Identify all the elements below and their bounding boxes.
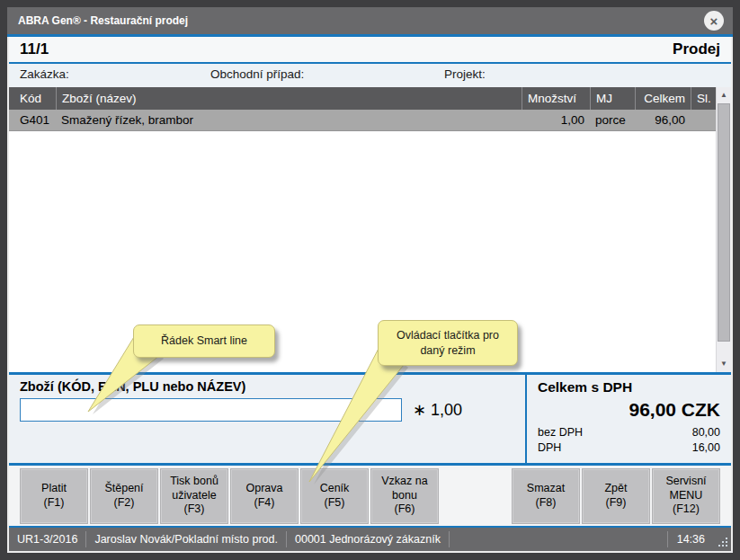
table-header: Kód Zboží (název) Množství MJ Celkem Sl. — [9, 87, 716, 110]
scrollbar-thumb[interactable] — [718, 103, 730, 342]
document-number: 11/1 — [20, 40, 49, 58]
status-bar: UR1-3/2016 Jaroslav Novák/Pokladní místo… — [9, 528, 731, 551]
table-row[interactable]: G401 Smažený řízek, brambor 1,00 porce 9… — [9, 110, 716, 131]
total-with-vat-label: Celkem s DPH — [538, 379, 720, 396]
cell-kod: G401 — [9, 110, 56, 130]
meta-row: Zakázka: Obchodní případ: Projekt: — [9, 64, 731, 87]
close-button[interactable]: × — [704, 11, 724, 31]
status-time: 14:36 — [667, 531, 714, 547]
price-list-button[interactable]: Ceník(F5) — [300, 468, 369, 524]
cell-nazev: Smažený řízek, brambor — [56, 110, 522, 130]
column-header-nazev: Zboží (název) — [56, 87, 522, 110]
status-customer: 00001 Jednorázový zákazník — [287, 531, 450, 547]
split-button[interactable]: Štěpení(F2) — [90, 468, 158, 524]
totals-pane: Celkem s DPH 96,00 CZK bez DPH 80,00 DPH… — [525, 375, 731, 463]
close-icon: × — [710, 14, 718, 28]
without-vat-label: bez DPH — [538, 426, 583, 439]
column-header-sl: Sl. — [691, 87, 716, 110]
business-case-label: Obchodní případ: — [210, 67, 304, 81]
service-menu-button[interactable]: Servisní MENU(F12) — [652, 468, 720, 524]
scroll-up-icon[interactable]: ▲ — [717, 89, 731, 102]
items-table: Kód Zboží (název) Množství MJ Celkem Sl.… — [9, 87, 731, 372]
cell-celkem: 96,00 — [635, 110, 691, 130]
callout-smart-line: Řádek Smart line — [133, 324, 275, 358]
print-user-receipts-button[interactable]: Tisk bonů uživatele(F3) — [160, 468, 228, 524]
button-row-spacer — [441, 468, 510, 524]
total-amount: 96,00 CZK — [538, 399, 720, 421]
back-button[interactable]: Zpět(F9) — [582, 468, 650, 524]
cell-mnozstvi: 1,00 — [522, 110, 590, 130]
vertical-scrollbar[interactable]: ▲ ▼ — [716, 87, 731, 372]
window-title: ABRA Gen® - Restaurační prodej — [18, 14, 188, 27]
resize-grip[interactable] — [719, 538, 727, 547]
title-bar[interactable]: ABRA Gen® - Restaurační prodej × — [7, 7, 733, 34]
entry-and-totals-panel: Zboží (KÓD, EAN, PLU nebo NÁZEV) ∗ 1,00 … — [9, 372, 731, 466]
correction-button[interactable]: Oprava(F4) — [230, 468, 299, 524]
without-vat-value: 80,00 — [692, 426, 720, 439]
vat-label: DPH — [538, 441, 561, 454]
item-entry-input[interactable] — [20, 398, 402, 422]
content-area: 11/1 Prodej Zakázka: Obchodní případ: Pr… — [7, 37, 733, 553]
receipt-message-button[interactable]: Vzkaz na bonu(F6) — [370, 468, 439, 524]
column-header-mj: MJ — [590, 87, 635, 110]
item-entry-label: Zboží (KÓD, EAN, PLU nebo NÁZEV) — [20, 379, 514, 394]
scroll-down-icon[interactable]: ▼ — [717, 358, 731, 370]
cell-mj: porce — [590, 110, 635, 130]
function-buttons-row: Platit(F1) Štěpení(F2) Tisk bonů uživate… — [9, 466, 731, 526]
vat-value: 16,00 — [692, 441, 720, 454]
delete-button[interactable]: Smazat(F8) — [512, 468, 580, 524]
order-label: Zakázka: — [20, 67, 69, 81]
column-header-kod: Kód — [9, 87, 56, 110]
quantity-multiplier: ∗ 1,00 — [413, 400, 462, 420]
pay-button[interactable]: Platit(F1) — [20, 468, 88, 524]
project-label: Projekt: — [444, 67, 486, 81]
column-header-mnozstvi: Množství — [522, 87, 590, 110]
document-header-row: 11/1 Prodej — [9, 37, 731, 64]
mode-label: Prodej — [673, 40, 720, 58]
column-header-celkem: Celkem — [635, 87, 691, 110]
status-period: UR1-3/2016 — [9, 531, 86, 547]
callout-control-buttons: Ovládací tlačítka pro daný režim — [378, 320, 518, 366]
status-user: Jaroslav Novák/Pokladní místo prod. — [86, 531, 287, 547]
app-window: ABRA Gen® - Restaurační prodej × 11/1 Pr… — [0, 0, 740, 560]
item-entry-pane: Zboží (KÓD, EAN, PLU nebo NÁZEV) ∗ 1,00 — [9, 375, 525, 463]
cell-sl — [691, 110, 716, 130]
